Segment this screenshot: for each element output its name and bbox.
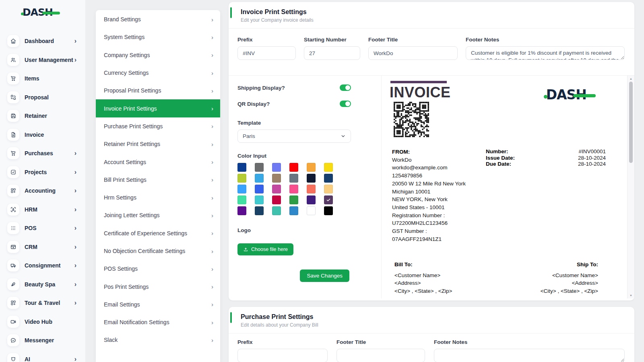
cart-icon — [7, 72, 19, 84]
color-swatch[interactable] — [237, 174, 246, 183]
settings-nav-invoice-print-settings[interactable]: Invoice Print Settings› — [96, 99, 220, 117]
color-swatch[interactable] — [324, 185, 333, 193]
template-label: Template — [237, 120, 351, 126]
chevron-right-icon: › — [211, 248, 213, 254]
color-swatch[interactable] — [255, 195, 264, 204]
sidebar-item-proposal[interactable]: Proposal — [0, 88, 85, 107]
scrollbar-thumb[interactable] — [629, 82, 633, 163]
color-swatch[interactable] — [255, 185, 264, 193]
save-changes-button[interactable]: Save Changes — [300, 269, 349, 282]
chevron-right-icon: › — [211, 266, 213, 272]
sidebar-item-crm[interactable]: CRM› — [0, 238, 85, 257]
chevron-right-icon: › — [211, 230, 213, 236]
settings-nav-joining-letter-settings[interactable]: Joining Letter Settings› — [96, 206, 220, 224]
settings-nav-brand-settings[interactable]: Brand Settings› — [96, 10, 220, 28]
color-swatch[interactable] — [307, 163, 316, 172]
color-swatch[interactable] — [255, 163, 264, 172]
chevron-right-icon: › — [211, 105, 213, 111]
settings-nav-email-notification-settings[interactable]: Email Notification Settings› — [96, 313, 220, 331]
color-swatch[interactable] — [307, 195, 316, 204]
sidebar-item-pos[interactable]: POS› — [0, 219, 85, 238]
starting-number-input[interactable] — [304, 46, 360, 60]
template-select[interactable]: Paris — [237, 130, 351, 143]
app-sidebar: DASH Dashboard›User Management›ItemsProp… — [0, 0, 85, 362]
settings-nav-email-settings[interactable]: Email Settings› — [96, 296, 220, 313]
sidebar-item-accounting[interactable]: Accounting› — [0, 181, 85, 200]
color-swatch[interactable] — [272, 163, 281, 172]
settings-nav-currency-settings[interactable]: Currency Settings› — [96, 64, 220, 82]
settings-nav-pos-settings[interactable]: POS Settings› — [96, 260, 220, 278]
color-swatch[interactable] — [272, 206, 281, 215]
sidebar-item-items[interactable]: Items — [0, 69, 85, 88]
color-swatch[interactable] — [255, 206, 264, 215]
color-swatch[interactable] — [237, 195, 246, 204]
sidebar-item-dashboard[interactable]: Dashboard› — [0, 32, 85, 51]
sidebar-item-hrm[interactable]: HRM› — [0, 200, 85, 219]
prefix-input[interactable] — [237, 46, 296, 60]
chevron-right-icon: › — [74, 225, 76, 231]
color-swatch[interactable] — [289, 185, 298, 193]
sidebar-item-label: Beauty Spa — [25, 281, 55, 288]
sidebar-item-user-management[interactable]: User Management› — [0, 51, 85, 70]
color-swatch[interactable] — [324, 174, 333, 183]
settings-nav-purchase-print-settings[interactable]: Purchase Print Settings› — [96, 117, 220, 135]
sidebar-item-ai[interactable]: AI› — [0, 350, 85, 362]
color-swatch[interactable] — [289, 174, 298, 183]
purchase-footer-notes-textarea[interactable] — [434, 349, 625, 362]
sidebar-item-video-hub[interactable]: Video Hub — [0, 313, 85, 331]
color-swatch[interactable] — [289, 206, 298, 215]
chevron-right-icon: › — [74, 57, 76, 63]
qr-display-toggle[interactable] — [340, 101, 351, 107]
sidebar-item-label: Consignment — [25, 262, 60, 269]
invoice-from-line: WorkDo — [392, 156, 466, 164]
color-swatch-selected[interactable] — [324, 195, 333, 204]
browser-icon — [7, 241, 19, 253]
color-swatch[interactable] — [289, 163, 298, 172]
settings-nav-no-objection-certificate-settings[interactable]: No Objection Certificate Settings› — [96, 242, 220, 260]
footer-notes-textarea[interactable]: Customer is eligible for 1% discount if … — [466, 46, 625, 60]
color-swatch[interactable] — [324, 206, 333, 215]
purchase-footer-title-input[interactable] — [336, 349, 425, 362]
choose-file-button[interactable]: Choose file here — [237, 243, 293, 255]
settings-nav-hrm-settings[interactable]: Hrm Settings› — [96, 189, 220, 206]
settings-nav-account-settings[interactable]: Account Settings› — [96, 153, 220, 171]
sidebar-item-beauty-spa[interactable]: Beauty Spa› — [0, 275, 85, 294]
footer-title-input[interactable] — [368, 46, 458, 60]
preview-scrollbar[interactable]: ▲ ▼ — [627, 76, 634, 298]
color-swatch[interactable] — [255, 174, 264, 183]
color-swatch[interactable] — [237, 185, 246, 193]
settings-nav-pos-print-settings[interactable]: Pos Print Settings› — [96, 278, 220, 295]
scroll-up-arrow-icon[interactable]: ▲ — [627, 77, 634, 80]
purchase-prefix-input[interactable] — [237, 349, 328, 362]
meta-value: 28-10-2024 — [578, 161, 606, 167]
sidebar-item-messenger[interactable]: Messenger — [0, 331, 85, 350]
settings-nav-retainer-print-settings[interactable]: Retainer Print Settings› — [96, 135, 220, 153]
color-swatch[interactable] — [237, 163, 246, 172]
settings-nav-bill-print-settings[interactable]: Bill Print Settings› — [96, 171, 220, 189]
color-swatch[interactable] — [307, 174, 316, 183]
settings-nav-slack[interactable]: Slack› — [96, 331, 220, 349]
sidebar-item-consignment[interactable]: Consignment› — [0, 256, 85, 275]
settings-nav-certificate-of-experience-settings[interactable]: Certificate of Experience Settings› — [96, 224, 220, 242]
color-swatch[interactable] — [272, 195, 281, 204]
sidebar-item-invoice[interactable]: Invoice — [0, 125, 85, 144]
sidebar-item-tour-travel[interactable]: Tour & Travel› — [0, 294, 85, 313]
sidebar-item-purchases[interactable]: Purchases› — [0, 144, 85, 163]
app-logo[interactable]: DASH — [0, 0, 85, 32]
scroll-down-arrow-icon[interactable]: ▼ — [627, 294, 634, 297]
settings-nav-company-settings[interactable]: Company Settings› — [96, 46, 220, 64]
sidebar-item-projects[interactable]: Projects› — [0, 163, 85, 182]
settings-nav-label: Joining Letter Settings — [104, 212, 160, 218]
color-swatch[interactable] — [307, 185, 316, 193]
settings-nav-proposal-print-settings[interactable]: Proposal Print Settings› — [96, 82, 220, 99]
settings-nav-label: Brand Settings — [104, 16, 141, 23]
color-swatch[interactable] — [307, 206, 316, 215]
color-swatch[interactable] — [289, 195, 298, 204]
settings-nav-system-settings[interactable]: System Settings› — [96, 28, 220, 46]
sidebar-item-retainer[interactable]: Retainer — [0, 107, 85, 125]
color-swatch[interactable] — [324, 163, 333, 172]
color-swatch[interactable] — [272, 174, 281, 183]
color-swatch[interactable] — [272, 185, 281, 193]
color-swatch[interactable] — [237, 206, 246, 215]
shipping-display-toggle[interactable] — [340, 84, 351, 91]
